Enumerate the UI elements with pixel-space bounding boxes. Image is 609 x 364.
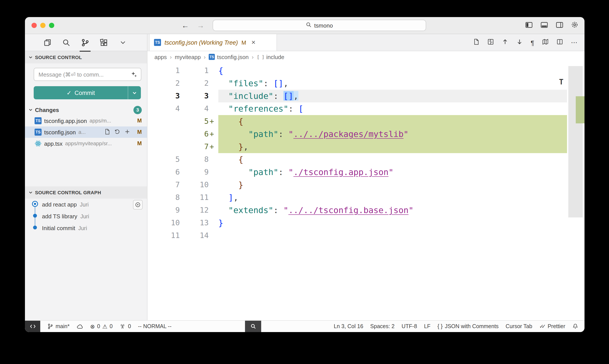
scm-file-row[interactable]: TStsconfig.jsona...M <box>25 126 147 138</box>
commit-row[interactable]: add TS libraryJuri <box>25 210 147 222</box>
commit-button-main[interactable]: ✓ Commit <box>34 86 128 99</box>
tab-tsconfig-working-tree[interactable]: TS tsconfig.json (Working Tree) M × <box>149 34 277 51</box>
code-line-13[interactable]: 1013} <box>147 217 584 229</box>
scm-file-row[interactable]: TStsconfig.app.jsonapps/m...M <box>25 115 147 126</box>
commit-row[interactable]: Initial commitJuri <box>25 222 147 234</box>
code-text: { <box>218 153 567 166</box>
chevron-down-icon <box>132 90 137 95</box>
previous-change-arrow-icon[interactable] <box>502 39 508 46</box>
maximize-window-button[interactable] <box>49 23 54 28</box>
code-line-3[interactable]: 33 "include": [], <box>147 90 584 102</box>
source-control-graph-header[interactable]: SOURCE CONTROL GRAPH <box>25 186 147 199</box>
checkout-ref-button[interactable] <box>133 200 143 209</box>
code-text: "path": "./tsconfig.app.json" <box>218 166 567 179</box>
command-center-search[interactable]: tsmono <box>213 20 426 31</box>
vim-mode-indicator[interactable]: -- NORMAL -- <box>135 321 175 332</box>
original-line-number: 2 <box>147 77 180 90</box>
code-line-9[interactable]: 69 "path": "./tsconfig.app.json" <box>147 166 584 179</box>
eol-setting[interactable]: LF <box>421 321 434 332</box>
modified-line-number: 14 <box>180 229 209 242</box>
typescript-file-icon: TS <box>154 39 161 46</box>
warning-count: 0 <box>110 323 113 329</box>
open-file-icon[interactable] <box>104 129 110 136</box>
code-text: { <box>218 64 567 77</box>
notifications-bell[interactable] <box>569 321 582 332</box>
commit-dot-icon <box>31 223 39 233</box>
commit-button[interactable]: ✓ Commit <box>34 86 141 99</box>
code-text: "path": "../../packages/mytslib" <box>218 128 567 141</box>
search-view-icon[interactable] <box>57 34 76 51</box>
cursor-tab-indicator[interactable]: Cursor Tab <box>502 321 536 332</box>
branch-name: main* <box>56 323 70 329</box>
commit-message-input[interactable] <box>34 68 141 81</box>
close-window-button[interactable] <box>31 23 37 28</box>
changes-label: Changes <box>35 106 59 113</box>
breadcrumb-item-tsconfig.json[interactable]: TStsconfig.json <box>209 53 249 60</box>
ports-indicator[interactable]: 0 <box>116 321 135 332</box>
added-line-plus: + <box>209 128 214 141</box>
source-control-header[interactable]: SOURCE CONTROL <box>25 51 147 64</box>
check-icon: ✓ <box>66 89 72 96</box>
code-line-10[interactable]: 710 } <box>147 179 584 191</box>
source-control-icon[interactable] <box>76 34 94 51</box>
code-line-5[interactable]: 5+ { <box>147 115 584 128</box>
commit-dropdown-button[interactable] <box>128 86 141 99</box>
code-line-6[interactable]: 6+ "path": "../../packages/mytslib" <box>147 128 584 141</box>
code-line-1[interactable]: 11{ <box>147 64 584 77</box>
formatter-indicator[interactable]: ✓✓ Prettier <box>536 321 569 332</box>
history-nav: ← → <box>181 17 204 34</box>
code-text: } <box>218 179 567 191</box>
breadcrumb-item-apps[interactable]: apps <box>155 53 167 60</box>
next-change-arrow-icon[interactable] <box>516 39 523 46</box>
remote-indicator[interactable] <box>25 321 40 332</box>
language-mode[interactable]: { } JSON with Comments <box>434 321 502 332</box>
changes-section-header[interactable]: Changes 3 <box>25 104 147 115</box>
stage-changes-icon[interactable] <box>124 129 130 136</box>
split-editor-icon[interactable] <box>557 39 563 46</box>
close-tab-icon[interactable]: × <box>251 39 256 46</box>
screen-magnifier-badge[interactable] <box>245 321 261 332</box>
status-bar-right: Ln 3, Col 16 Spaces: 2 UTF-8 LF { } JSON… <box>330 321 584 332</box>
encoding-setting[interactable]: UTF-8 <box>398 321 421 332</box>
toggle-secondary-sidebar-icon[interactable] <box>556 21 563 30</box>
explorer-icon[interactable] <box>38 34 57 51</box>
more-views-chevron-icon[interactable] <box>113 34 132 51</box>
code-line-2[interactable]: 22 "files": [], <box>147 77 584 90</box>
back-button[interactable]: ← <box>181 21 189 30</box>
indentation-setting[interactable]: Spaces: 2 <box>367 321 398 332</box>
more-actions-icon[interactable]: ⋯ <box>571 39 578 46</box>
branch-indicator[interactable]: main* <box>44 321 73 332</box>
code-line-4[interactable]: 44 "references": [ <box>147 102 584 115</box>
toggle-panel-icon[interactable] <box>540 21 548 30</box>
settings-gear-icon[interactable] <box>571 21 578 30</box>
original-line-number: 7 <box>147 179 180 191</box>
modified-line-number: 7+ <box>180 141 209 153</box>
sync-changes[interactable] <box>73 321 87 332</box>
toggle-primary-sidebar-icon[interactable] <box>525 21 533 30</box>
breadcrumb-item-myviteapp[interactable]: myviteapp <box>175 53 201 60</box>
modified-line-number: 1 <box>180 64 209 77</box>
open-changes-icon[interactable] <box>487 39 494 46</box>
cursor-position[interactable]: Ln 3, Col 16 <box>330 321 367 332</box>
minimize-window-button[interactable] <box>40 23 46 28</box>
problems-indicator[interactable]: ⊗ 0 ⚠ 0 <box>87 321 116 332</box>
extensions-icon[interactable] <box>94 34 113 51</box>
code-line-8[interactable]: 58 { <box>147 153 584 166</box>
workbench: SOURCE CONTROL ✓ Commit <box>25 34 584 320</box>
discard-changes-icon[interactable] <box>114 129 120 136</box>
code-line-7[interactable]: 7+ }, <box>147 141 584 153</box>
code-line-14[interactable]: 1114 <box>147 229 584 242</box>
map-icon[interactable] <box>542 39 549 46</box>
code-line-12[interactable]: 912 "extends": "../../tsconfig.base.json… <box>147 204 584 217</box>
whitespace-pilcrow-icon[interactable]: ¶ <box>531 39 534 46</box>
code-line-11[interactable]: 811 ], <box>147 191 584 204</box>
commit-row[interactable]: add react appJuri <box>25 199 147 210</box>
copilot-sparkle-icon[interactable] <box>131 71 137 80</box>
original-line-number: 3 <box>147 90 180 102</box>
scm-file-row[interactable]: app.tsxapps/myviteapp/sr...M <box>25 138 147 149</box>
scrollbar-slider[interactable] <box>568 66 583 217</box>
open-file-icon[interactable] <box>473 39 479 46</box>
forward-button[interactable]: → <box>197 21 204 30</box>
breadcrumb-item-include[interactable]: [ ]include <box>257 53 284 60</box>
search-icon <box>306 22 311 29</box>
